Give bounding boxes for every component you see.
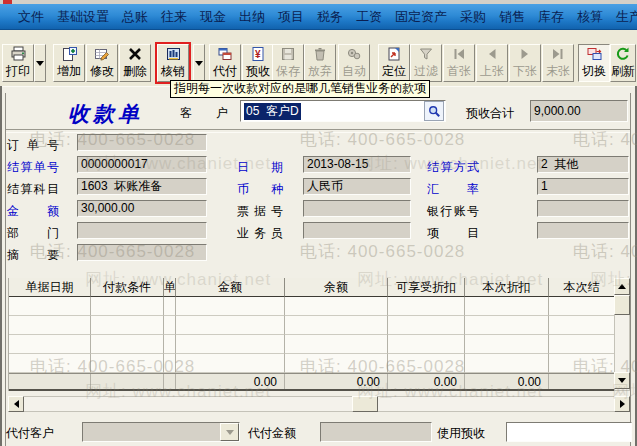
advance-total-field[interactable]: 9,000.00 — [530, 100, 628, 122]
summary-label: 摘 要 — [7, 247, 59, 264]
locate-button[interactable]: 定位 — [378, 44, 410, 82]
prev-icon — [484, 45, 500, 63]
table-row[interactable] — [9, 335, 615, 354]
order-no-field[interactable] — [77, 134, 207, 151]
project-field[interactable] — [537, 222, 629, 239]
use-advance-field[interactable] — [506, 422, 632, 442]
first-label: 首张 — [447, 63, 471, 80]
combo-dropdown-button[interactable] — [220, 423, 239, 441]
last-icon — [550, 45, 566, 63]
next-icon — [517, 45, 533, 63]
filter-button[interactable]: 过滤 — [410, 44, 442, 82]
discard-button[interactable]: 放弃 — [304, 44, 336, 82]
customer-input[interactable]: 05 客户D — [240, 100, 446, 122]
chevron-down-icon — [226, 430, 234, 435]
menu-item-costing[interactable]: 核算 — [577, 8, 603, 26]
exchange-rate-field[interactable]: 1 — [537, 178, 629, 195]
horizontal-scroll-thumb[interactable] — [352, 396, 378, 412]
vertical-scroll-thumb[interactable] — [614, 295, 630, 315]
last-button[interactable]: 末张 — [542, 44, 574, 82]
menu-item-basic-setup[interactable]: 基础设置 — [57, 8, 109, 26]
scroll-right-button[interactable] — [614, 396, 630, 412]
svg-text:¥: ¥ — [255, 49, 261, 60]
currency-label: 币 种 — [237, 181, 283, 198]
table-row[interactable] — [9, 316, 615, 335]
print-button[interactable]: 打印 — [2, 44, 34, 82]
next-label: 下张 — [513, 63, 537, 80]
table-row[interactable] — [9, 354, 615, 373]
amount-field[interactable]: 30,000.00 — [77, 200, 207, 217]
total-discount-this: 0.00 — [465, 374, 549, 389]
pay-amount-label: 代付金额 — [248, 425, 296, 442]
menu-item-inventory[interactable]: 库存 — [538, 8, 564, 26]
menu-item-tax[interactable]: 税务 — [317, 8, 343, 26]
scroll-left-button[interactable] — [8, 396, 24, 412]
project-label: 项 目 — [427, 225, 479, 242]
modify-button[interactable]: 修改 — [86, 44, 118, 82]
next-button[interactable]: 下张 — [509, 44, 541, 82]
salesman-field[interactable] — [303, 222, 411, 239]
pay-for-button[interactable]: 代付 — [209, 44, 241, 82]
summary-field[interactable] — [77, 244, 207, 261]
pay-for-label: 代付 — [213, 63, 237, 80]
prev-button[interactable]: 上张 — [476, 44, 508, 82]
menu-item-fixed-assets[interactable]: 固定资产 — [395, 8, 447, 26]
first-icon — [451, 45, 467, 63]
refresh-label: 刷新 — [611, 63, 635, 80]
pay-customer-combo[interactable] — [82, 422, 240, 442]
pay-customer-label: 代付客户 — [6, 425, 54, 442]
order-no-label: 订 单 号 — [7, 137, 59, 154]
bill-no-field[interactable] — [303, 200, 411, 217]
delete-button[interactable]: 删除 — [119, 44, 151, 82]
exchange-rate-label: 汇 率 — [427, 181, 479, 198]
use-advance-label: 使用预收 — [437, 425, 485, 442]
form-top-groove — [6, 129, 630, 133]
col-header-discount-available: 可享受折扣 — [388, 278, 465, 297]
department-field[interactable] — [77, 222, 207, 239]
switch-label: 切换 — [582, 63, 606, 80]
first-button[interactable]: 首张 — [443, 44, 475, 82]
writeoff-dropdown[interactable] — [193, 44, 205, 82]
menu-item-file[interactable]: 文件 — [18, 8, 44, 26]
menu-item-project[interactable]: 项目 — [278, 8, 304, 26]
total-amount: 0.00 — [176, 374, 285, 389]
last-label: 末张 — [546, 63, 570, 80]
menu-item-general-ledger[interactable]: 总账 — [122, 8, 148, 26]
print-dropdown[interactable] — [34, 44, 46, 82]
settlement-method-field[interactable]: 2 其他 — [537, 156, 629, 173]
refresh-button[interactable]: 刷新 — [610, 44, 636, 82]
auto-button[interactable]: 自动 — [338, 44, 370, 82]
save-button[interactable]: 保存 — [272, 44, 304, 82]
settlement-account-field[interactable]: 1603 坏账准备 — [77, 178, 207, 195]
pay-amount-field[interactable] — [320, 422, 432, 442]
salesman-label: 业 务 员 — [237, 225, 283, 242]
customer-label: 客 户 — [180, 105, 228, 122]
pay-for-icon — [217, 45, 233, 63]
writeoff-button[interactable]: 核销 — [157, 44, 189, 82]
bank-account-field[interactable] — [537, 200, 629, 217]
menu-item-payroll[interactable]: 工资 — [356, 8, 382, 26]
writeoff-label: 核销 — [161, 63, 185, 80]
menu-item-cash[interactable]: 现金 — [200, 8, 226, 26]
menu-item-production[interactable]: 生产 — [616, 8, 637, 26]
menu-item-receivable-payable[interactable]: 往来 — [161, 8, 187, 26]
menu-item-purchase[interactable]: 采购 — [460, 8, 486, 26]
settlement-method-label: 结算方式 — [427, 159, 479, 176]
search-icon — [428, 105, 441, 118]
advance-receipt-button[interactable]: ¥ 预收 — [242, 44, 274, 82]
scroll-up-button[interactable] — [614, 278, 630, 295]
locate-icon — [386, 45, 402, 63]
horizontal-scrollbar[interactable] — [8, 396, 630, 412]
panel-left-border — [5, 93, 6, 446]
table-totals-row: 0.00 0.00 0.00 0.00 — [9, 373, 615, 391]
settlement-no-field[interactable]: 0000000017 — [77, 156, 207, 173]
date-field[interactable]: 2013-08-15 — [303, 156, 411, 173]
customer-lookup-button[interactable] — [424, 101, 444, 121]
add-button[interactable]: 增加 — [53, 44, 85, 82]
table-row[interactable] — [9, 297, 615, 316]
menu-item-sales[interactable]: 销售 — [499, 8, 525, 26]
menu-item-cashier[interactable]: 出纳 — [239, 8, 265, 26]
currency-field[interactable]: 人民币 — [303, 178, 411, 195]
scroll-down-button[interactable] — [614, 372, 630, 389]
switch-button[interactable]: 切换 — [578, 44, 610, 82]
